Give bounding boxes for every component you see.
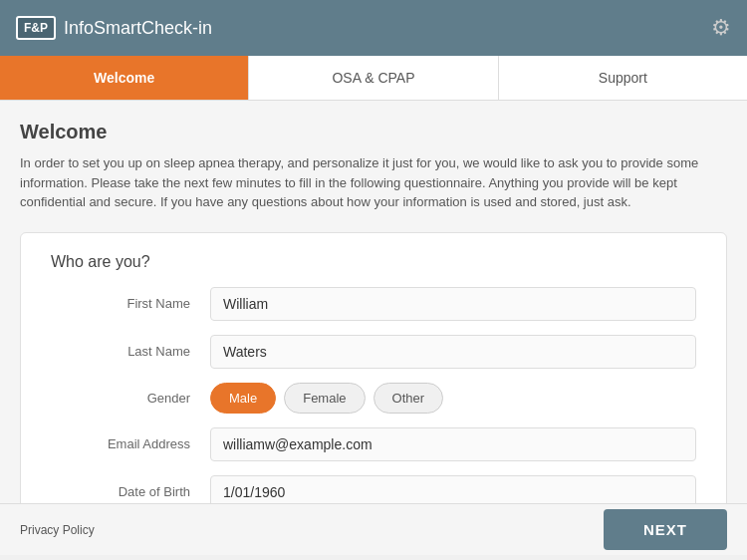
email-row: Email Address [51, 427, 696, 461]
last-name-row: Last Name [51, 335, 696, 369]
logo-name: InfoSmart [64, 18, 141, 38]
gender-row: Gender Male Female Other [51, 383, 696, 414]
logo-box: F&P [16, 16, 56, 40]
next-button[interactable]: NEXT [604, 509, 727, 550]
privacy-policy-link[interactable]: Privacy Policy [20, 523, 95, 537]
logo-text: InfoSmartCheck-in [64, 18, 212, 39]
main-content: Welcome In order to set you up on sleep … [0, 101, 747, 503]
gender-buttons: Male Female Other [210, 383, 443, 414]
section-title: Who are you? [51, 253, 696, 271]
first-name-row: First Name [51, 287, 696, 321]
tab-support[interactable]: Support [499, 56, 747, 100]
settings-icon[interactable]: ⚙ [711, 15, 731, 41]
dob-input[interactable] [210, 475, 696, 504]
footer: Privacy Policy NEXT [0, 503, 747, 555]
logo-suffix: Check-in [141, 18, 212, 38]
tab-bar: Welcome OSA & CPAP Support [0, 56, 747, 101]
gender-label: Gender [51, 391, 210, 406]
welcome-title: Welcome [20, 121, 727, 143]
first-name-label: First Name [51, 296, 210, 311]
gender-other-button[interactable]: Other [374, 383, 444, 414]
gender-male-button[interactable]: Male [210, 383, 276, 414]
tab-welcome[interactable]: Welcome [0, 56, 249, 100]
welcome-description: In order to set you up on sleep apnea th… [20, 153, 727, 212]
email-label: Email Address [51, 436, 210, 451]
last-name-input[interactable] [210, 335, 696, 369]
dob-row: Date of Birth [51, 475, 696, 504]
logo-area: F&P InfoSmartCheck-in [16, 16, 212, 40]
gender-female-button[interactable]: Female [284, 383, 365, 414]
dob-label: Date of Birth [51, 484, 210, 499]
tab-osa-cpap[interactable]: OSA & CPAP [249, 56, 498, 100]
email-input[interactable] [210, 427, 696, 461]
app-header: F&P InfoSmartCheck-in ⚙ [0, 0, 747, 56]
form-section: Who are you? First Name Last Name Gender… [20, 232, 727, 504]
last-name-label: Last Name [51, 344, 210, 359]
first-name-input[interactable] [210, 287, 696, 321]
